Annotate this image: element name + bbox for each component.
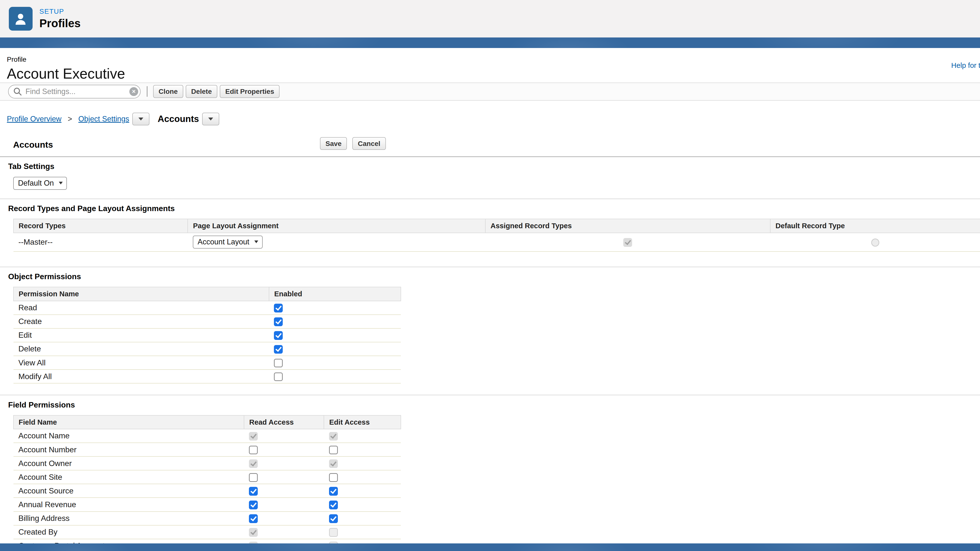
read-access-checkbox [249,459,258,468]
setup-header: SETUP Profiles [0,0,980,38]
field-name-cell: Account Number [13,443,244,456]
edit-access-checkbox [329,432,338,441]
object-permission-row: View All [13,356,401,370]
clone-button[interactable]: Clone [153,85,183,98]
breadcrumb-profile-overview[interactable]: Profile Overview [7,114,62,123]
field-permissions-table: Field Name Read Access Edit Access Accou… [13,415,401,551]
permission-name-cell: Create [13,315,269,329]
find-settings-input[interactable] [8,85,141,98]
object-permissions-table: Permission Name Enabled ReadCreateEditDe… [13,287,401,384]
object-permissions-title: Object Permissions [8,272,980,281]
edit-access-checkbox[interactable] [329,487,338,495]
edit-properties-button[interactable]: Edit Properties [220,85,280,98]
tab-setting-select-wrap: Default On [13,176,67,190]
search-icon [13,87,22,96]
permission-name-cell: Delete [13,342,269,356]
field-name-cell: Billing Address [13,511,244,525]
read-access-checkbox[interactable] [249,500,258,510]
clear-search-icon[interactable]: × [129,87,138,96]
enabled-checkbox[interactable] [274,304,283,313]
enabled-checkbox[interactable] [274,318,283,326]
record-types-header-row: Record Types Page Layout Assignment Assi… [13,219,980,233]
toolbar: × Clone Delete Edit Properties [0,83,980,101]
breadcrumb: Profile Overview > Object Settings Accou… [7,113,980,125]
object-settings-dropdown-button[interactable] [132,113,150,125]
enabled-checkbox[interactable] [274,359,283,368]
tab-setting-select[interactable]: Default On [13,177,67,190]
help-link[interactable]: Help for this Page [951,61,980,70]
field-name-cell: Account Source [13,484,244,498]
field-read-access-cell [244,456,324,470]
read-access-checkbox[interactable] [249,446,258,454]
column-header-page-layout-assignment: Page Layout Assignment [188,219,485,233]
permission-enabled-cell [269,301,401,315]
field-permission-row: Account Owner [13,456,401,470]
object-permission-row: Delete [13,342,401,356]
field-permissions-header-row: Field Name Read Access Edit Access [13,415,401,429]
bottom-brand-strip [0,543,980,551]
edit-access-checkbox [329,459,338,468]
tab-settings-section: Tab Settings Default On [0,162,980,198]
object-permission-row: Edit [13,329,401,342]
brand-banner [0,38,980,48]
field-edit-access-cell [324,498,401,511]
assigned-record-type-checkbox [623,238,632,247]
header-text-block: SETUP Profiles [40,8,81,30]
enabled-checkbox[interactable] [274,373,283,381]
field-edit-access-cell [324,470,401,484]
breadcrumb-object-settings[interactable]: Object Settings [78,114,129,123]
read-access-checkbox[interactable] [249,473,258,482]
accounts-dropdown-button[interactable] [202,113,219,125]
column-header-enabled: Enabled [269,287,401,301]
save-button[interactable]: Save [320,137,347,150]
edit-access-checkbox[interactable] [329,514,338,523]
column-header-edit-access: Edit Access [324,415,401,429]
object-permissions-section: Object Permissions Permission Name Enabl… [0,267,980,384]
permission-enabled-cell [269,329,401,342]
permission-name-cell: Modify All [13,370,269,383]
field-edit-access-cell [324,443,401,456]
object-permission-row: Create [13,315,401,329]
field-permission-row: Billing Address [13,511,401,525]
page-layout-cell: Account Layout [188,233,485,251]
field-name-cell: Annual Revenue [13,498,244,511]
cancel-button[interactable]: Cancel [352,137,386,150]
field-edit-access-cell [324,429,401,443]
read-access-checkbox[interactable] [249,487,258,495]
field-name-cell: Created By [13,525,244,539]
record-types-table: Record Types Page Layout Assignment Assi… [13,219,980,251]
field-permission-row: Created By [13,525,401,539]
field-permission-row: Annual Revenue [13,498,401,511]
field-permission-row: Account Source [13,484,401,498]
column-header-record-types: Record Types [13,219,188,233]
read-access-checkbox[interactable] [249,514,258,523]
object-permission-row: Modify All [13,370,401,383]
delete-button[interactable]: Delete [186,85,217,98]
accounts-section-head: Accounts Save Cancel [0,136,980,157]
column-header-read-access: Read Access [244,415,324,429]
edit-access-checkbox[interactable] [329,473,338,482]
field-edit-access-cell [324,456,401,470]
field-read-access-cell [244,498,324,511]
enabled-checkbox[interactable] [274,331,283,340]
permission-enabled-cell [269,342,401,356]
column-header-default-record-type: Default Record Type [770,219,980,233]
default-record-type-cell [770,233,980,251]
record-type-row: --Master-- Account Layout [13,233,980,251]
enabled-checkbox[interactable] [274,345,283,354]
permission-enabled-cell [269,356,401,370]
breadcrumb-separator: > [68,114,72,123]
field-permissions-title: Field Permissions [8,400,980,410]
field-name-cell: Account Owner [13,456,244,470]
breadcrumb-current-accounts: Accounts [158,114,199,124]
field-read-access-cell [244,484,324,498]
edit-access-checkbox[interactable] [329,500,338,510]
page-layout-select[interactable]: Account Layout [193,236,262,249]
profiles-setup-page: { "colors": { "brand_blue": "#0176d3", "… [0,0,980,551]
permission-name-cell: Read [13,301,269,315]
edit-access-checkbox[interactable] [329,446,338,454]
field-read-access-cell [244,525,324,539]
column-header-assigned-record-types: Assigned Record Types [485,219,770,233]
read-access-checkbox [249,528,258,537]
search-box: × [8,85,141,98]
